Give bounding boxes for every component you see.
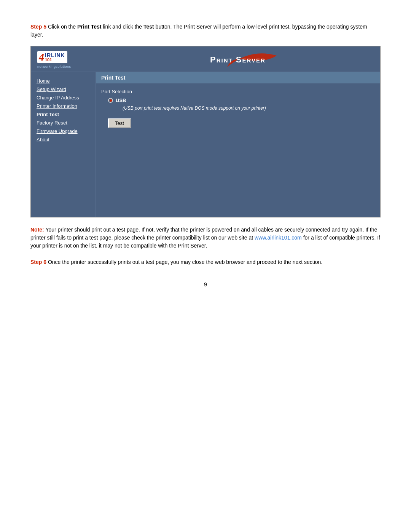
step5-label: Step 5 — [30, 24, 46, 30]
main-body: Port Selection USB (USB port print test … — [96, 89, 380, 133]
step6-label: Step 6 — [30, 259, 46, 265]
nav-factory-reset[interactable]: Factory Reset — [37, 120, 90, 126]
step6-paragraph: Step 6 Once the printer successfully pri… — [30, 258, 381, 266]
print-server-ui: 4 IRLINK 101 networkingsolutions Print S… — [30, 46, 381, 217]
nav-setup-wizard[interactable]: Setup Wizard — [37, 86, 90, 92]
print-test-reference: Print Test — [77, 24, 102, 30]
test-button[interactable]: Test — [108, 118, 131, 128]
usb-radio[interactable] — [108, 98, 113, 103]
nav-change-ip[interactable]: Change IP Address — [37, 95, 90, 101]
test-button-reference: Test — [143, 24, 154, 30]
note-label: Note: — [30, 227, 44, 233]
logo-number: 4 — [39, 52, 44, 62]
nav-printer-info[interactable]: Printer Information — [37, 103, 90, 109]
port-selection-label: Port Selection — [101, 89, 374, 94]
usb-label: USB — [116, 97, 126, 103]
ps-sidebar: Home Setup Wizard Change IP Address Prin… — [31, 72, 96, 217]
nav-home[interactable]: Home — [37, 78, 90, 84]
nav-about[interactable]: About — [37, 137, 90, 142]
airlink-link[interactable]: www.airlink101.com — [255, 235, 302, 241]
page-number: 9 — [30, 281, 381, 288]
header-title-area: Print Server — [102, 55, 374, 65]
usb-radio-row: USB — [108, 97, 374, 103]
note-paragraph: Note: Your printer should print out a te… — [30, 226, 381, 250]
nav-print-test[interactable]: Print Test — [37, 112, 90, 117]
logo-area: 4 IRLINK 101 networkingsolutions — [37, 51, 102, 69]
ps-main: Print Test Port Selection USB (USB port … — [96, 72, 380, 217]
main-title-bar: Print Test — [96, 72, 380, 83]
logo-badge: 4 IRLINK 101 — [37, 51, 67, 63]
ps-content: Home Setup Wizard Change IP Address Prin… — [31, 72, 380, 217]
ps-header: 4 IRLINK 101 networkingsolutions Print S… — [31, 46, 380, 72]
logo-subtitle: networkingsolutions — [37, 65, 71, 69]
nav-firmware-upgrade[interactable]: Firmware Upgrade — [37, 128, 90, 134]
step5-paragraph: Step 5 Click on the Print Test link and … — [30, 23, 381, 39]
usb-note: (USB port print test requires Native DOS… — [123, 105, 374, 111]
logo-rlink: IRLINK — [45, 53, 65, 58]
main-title: Print Test — [101, 75, 126, 81]
logo-101: 101 — [45, 58, 65, 62]
ps-title: Print Server — [210, 55, 266, 64]
